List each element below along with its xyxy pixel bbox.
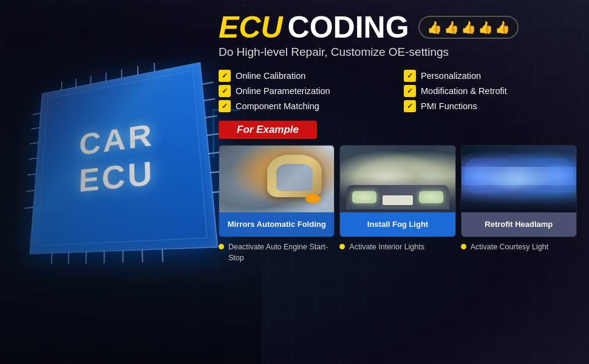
- mirror-image: [219, 146, 334, 212]
- mirror-caption: Mirrors Automatic Folding: [219, 212, 334, 237]
- bullet-item-1: Deactivate Auto Engine Start-Stop: [219, 242, 335, 263]
- headlamp-caption: Retrofit Headlamp: [461, 212, 576, 237]
- fog-card: Install Fog Light: [339, 145, 455, 237]
- thumb-4: 👍: [478, 20, 493, 35]
- feature-item-6: ✓ PMI Functions: [404, 100, 577, 112]
- feature-label-4: Modification & Retrofit: [421, 86, 507, 96]
- feature-item-3: ✓ Online Parameterization: [219, 85, 392, 97]
- check-icon-5: ✓: [219, 100, 231, 112]
- feature-label-2: Personalization: [421, 71, 481, 81]
- feature-label-1: Online Calibration: [236, 71, 305, 81]
- feature-item-1: ✓ Online Calibration: [219, 70, 392, 82]
- feature-item-5: ✓ Component Matching: [219, 100, 392, 112]
- bullet-dot-1: [219, 244, 224, 249]
- check-icon-2: ✓: [404, 70, 416, 82]
- features-section: ✓ Online Calibration ✓ Personalization ✓…: [219, 70, 577, 112]
- check-icon-3: ✓: [219, 85, 231, 97]
- bullet-item-3: Activate Courtesy Light: [461, 242, 577, 263]
- check-icon-1: ✓: [219, 70, 231, 82]
- bullet-text-2: Activate Interior Lights: [349, 242, 424, 253]
- check-icon-6: ✓: [404, 100, 416, 112]
- header-row: ECU CODING 👍 👍 👍 👍 👍: [219, 12, 577, 42]
- thumb-5: 👍: [495, 20, 510, 35]
- coding-title: CODING: [288, 12, 409, 42]
- thumb-3: 👍: [461, 20, 476, 35]
- headlamp-image: [461, 146, 576, 212]
- headlamp-card: Retrofit Headlamp: [461, 145, 577, 237]
- thumbs-badge: 👍 👍 👍 👍 👍: [418, 16, 519, 39]
- fog-image: [340, 146, 455, 212]
- title-block: ECU CODING: [219, 12, 409, 42]
- ecu-title: ECU: [219, 12, 283, 42]
- for-example-section: For Example Mirrors Automatic Folding: [219, 121, 577, 263]
- feature-item-4: ✓ Modification & Retrofit: [404, 85, 577, 97]
- check-icon-4: ✓: [404, 85, 416, 97]
- fog-caption: Install Fog Light: [340, 212, 455, 237]
- feature-item-2: ✓ Personalization: [404, 70, 577, 82]
- example-images-row: Mirrors Automatic Folding Install Fog Li…: [219, 145, 577, 237]
- feature-label-3: Online Parameterization: [236, 86, 330, 96]
- bullet-item-2: Activate Interior Lights: [339, 242, 455, 263]
- thumb-2: 👍: [444, 20, 459, 35]
- main-content: ECU CODING 👍 👍 👍 👍 👍 Do High-level Repai…: [219, 12, 577, 352]
- bullet-dot-3: [461, 244, 466, 249]
- feature-label-5: Component Matching: [236, 101, 319, 111]
- bullet-text-3: Activate Courtesy Light: [471, 242, 549, 253]
- feature-label-6: PMI Functions: [421, 101, 477, 111]
- subtitle: Do High-level Repair, Customize OE-setti…: [219, 46, 577, 59]
- for-example-label: For Example: [219, 121, 317, 139]
- thumb-1: 👍: [427, 20, 442, 35]
- bullet-dot-2: [339, 244, 345, 249]
- mirror-card: Mirrors Automatic Folding: [219, 145, 335, 237]
- bottom-bullets-row: Deactivate Auto Engine Start-Stop Activa…: [219, 242, 577, 263]
- bullet-text-1: Deactivate Auto Engine Start-Stop: [228, 242, 335, 263]
